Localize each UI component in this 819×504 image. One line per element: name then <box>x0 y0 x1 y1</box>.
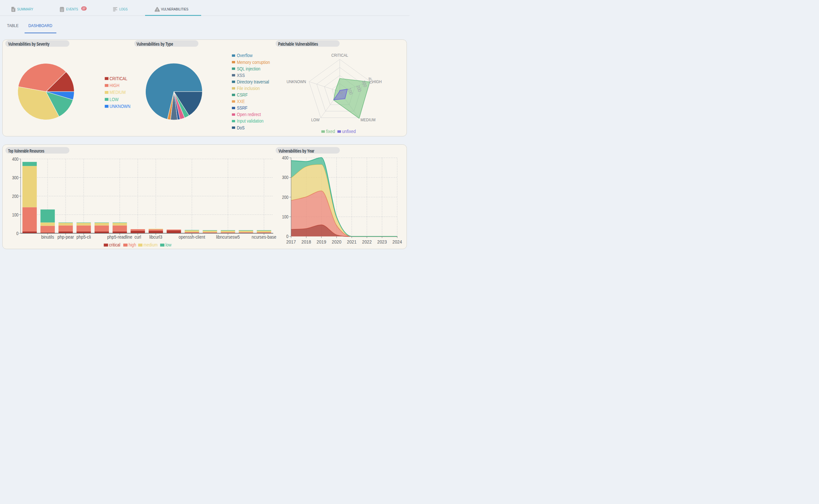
svg-text:MEDIUM: MEDIUM <box>110 90 126 95</box>
svg-text:CRITICAL: CRITICAL <box>110 76 127 81</box>
svg-text:2022: 2022 <box>362 239 372 245</box>
svg-text:File inclusion: File inclusion <box>237 86 260 91</box>
svg-text:VULNERABILITIES: VULNERABILITIES <box>161 7 188 11</box>
svg-text:XXE: XXE <box>237 99 245 104</box>
svg-text:400: 400 <box>12 156 19 162</box>
svg-text:php-pear: php-pear <box>57 234 74 240</box>
svg-text:SQL injection: SQL injection <box>237 66 260 71</box>
svg-text:Input validation: Input validation <box>237 118 263 124</box>
svg-text:Directory traversal: Directory traversal <box>237 79 269 84</box>
svg-text:DASHBOARD: DASHBOARD <box>28 23 52 28</box>
svg-text:libncursesw5: libncursesw5 <box>216 234 240 240</box>
svg-text:php5-readline: php5-readline <box>107 234 132 240</box>
svg-text:27: 27 <box>82 7 86 10</box>
svg-text:CSRF: CSRF <box>237 92 247 97</box>
svg-text:EVENTS: EVENTS <box>66 7 78 11</box>
svg-text:MEDIUM: MEDIUM <box>361 117 376 122</box>
svg-text:2017: 2017 <box>286 239 296 245</box>
svg-text:CRITICAL: CRITICAL <box>331 53 348 58</box>
svg-text:2023: 2023 <box>377 239 387 245</box>
svg-text:openssh-client: openssh-client <box>179 234 205 240</box>
svg-text:libcurl3: libcurl3 <box>149 234 162 240</box>
svg-text:LOW: LOW <box>110 97 119 102</box>
svg-text:Vulnerabilities by Severity: Vulnerabilities by Severity <box>8 41 50 47</box>
svg-text:300: 300 <box>282 175 289 180</box>
svg-text:2018: 2018 <box>302 239 311 245</box>
svg-text:Memory corruption: Memory corruption <box>237 60 270 65</box>
svg-text:Top Vulnerable Resources: Top Vulnerable Resources <box>8 148 44 154</box>
svg-text:2021: 2021 <box>347 239 357 245</box>
svg-text:200: 200 <box>282 195 289 200</box>
svg-text:binutils: binutils <box>41 234 54 240</box>
svg-text:0: 0 <box>286 234 289 239</box>
svg-text:UNKNOWN: UNKNOWN <box>110 104 130 109</box>
svg-text:ncurses-base: ncurses-base <box>252 234 276 240</box>
svg-text:Vulnerabilities by Type: Vulnerabilities by Type <box>137 41 173 47</box>
svg-text:200: 200 <box>12 194 19 199</box>
svg-text:100: 100 <box>12 212 19 217</box>
svg-text:HIGH: HIGH <box>110 83 119 88</box>
svg-text:php5-cli: php5-cli <box>77 234 91 240</box>
svg-text:2020: 2020 <box>332 239 342 245</box>
svg-text:SUMMARY: SUMMARY <box>17 7 33 11</box>
svg-text:fixed: fixed <box>326 128 335 134</box>
svg-text:2024: 2024 <box>393 239 402 245</box>
svg-text:100: 100 <box>282 214 289 219</box>
svg-text:0: 0 <box>16 231 19 236</box>
svg-text:critical: critical <box>109 242 121 247</box>
svg-text:TABLE: TABLE <box>7 23 19 28</box>
svg-text:UNKNOWN: UNKNOWN <box>287 79 306 84</box>
svg-text:SSRF: SSRF <box>237 105 247 111</box>
svg-text:Vulnerabilities by Year: Vulnerabilities by Year <box>278 148 314 154</box>
svg-text:high: high <box>128 242 136 247</box>
svg-text:LOW: LOW <box>311 117 320 122</box>
svg-text:XSS: XSS <box>237 73 245 78</box>
svg-text:medium: medium <box>143 242 157 247</box>
svg-text:2019: 2019 <box>317 239 326 245</box>
svg-text:Patchable Vulnerabilities: Patchable Vulnerabilities <box>278 41 318 47</box>
svg-text:Overflow: Overflow <box>237 53 253 58</box>
svg-text:curl: curl <box>134 234 141 240</box>
svg-text:unfixed: unfixed <box>342 128 356 134</box>
svg-text:LOGS: LOGS <box>119 7 127 11</box>
svg-text:Open redirect: Open redirect <box>237 112 261 117</box>
svg-text:DoS: DoS <box>237 125 245 130</box>
svg-text:300: 300 <box>12 175 19 180</box>
svg-text:400: 400 <box>282 155 289 160</box>
svg-text:low: low <box>166 242 172 247</box>
